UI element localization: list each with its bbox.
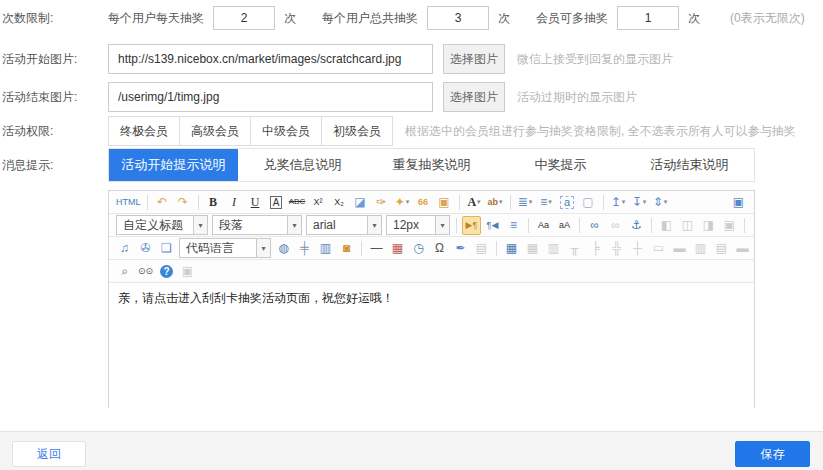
horizontal-rule-icon[interactable]: — <box>367 239 386 258</box>
insert-table-icon[interactable]: ▦ <box>502 239 521 258</box>
remove-format-icon[interactable]: ◪ <box>351 193 370 212</box>
insert-row-icon[interactable]: ╥ <box>565 239 584 258</box>
auto-typeset-icon[interactable]: ✦▾ <box>393 193 412 212</box>
find-replace-icon[interactable]: ⊙⊙ <box>136 262 155 281</box>
insert-time-icon[interactable]: ◷ <box>409 239 428 258</box>
end-image-url-input[interactable] <box>108 82 433 112</box>
footer-bar: 返回 保存 <box>0 431 823 470</box>
columns-icon[interactable]: ▥ <box>316 239 335 258</box>
underline-icon[interactable]: U <box>246 193 265 212</box>
start-image-url-input[interactable] <box>108 44 433 74</box>
delete-table-icon[interactable]: ▦ <box>523 239 542 258</box>
daily-draw-input[interactable] <box>213 6 275 30</box>
member-option-button[interactable]: 高级会员 <box>179 116 251 146</box>
paragraph-format-select[interactable]: 段落▾ <box>212 215 302 235</box>
undo-icon[interactable]: ↶ <box>153 193 172 212</box>
anchor-link-icon[interactable]: a <box>558 193 577 212</box>
choose-start-image-button[interactable]: 选择图片 <box>443 44 505 74</box>
italic-icon[interactable]: I <box>225 193 244 212</box>
choose-end-image-button[interactable]: 选择图片 <box>443 82 505 112</box>
anchor-icon[interactable]: ⚓ <box>627 216 646 235</box>
code-language-select[interactable]: 代码语言▾ <box>179 238 271 258</box>
highlight-color-icon[interactable]: ab▾ <box>486 193 505 212</box>
paragraph-rtl-icon[interactable]: ≡ <box>504 216 523 235</box>
editor-toolbar-row-1: HTML↶↷BIUAABCX²X₂◪✑✦▾66▣A▾ab▾≣▾≡▾a▢↥▾↧▾⇕… <box>109 191 754 214</box>
message-tab[interactable]: 重复抽奖说明 <box>367 149 496 181</box>
merge-cells-icon[interactable]: ╬ <box>607 239 626 258</box>
paragraph-spacing-top-icon[interactable]: ↥▾ <box>609 193 628 212</box>
paragraph-style-select[interactable]: 自定义标题▾ <box>116 215 208 235</box>
map-icon[interactable]: ◍ <box>274 239 293 258</box>
member-extra-draw-input[interactable] <box>617 6 679 30</box>
save-button[interactable]: 保存 <box>735 441 810 467</box>
total-draw-input[interactable] <box>427 6 489 30</box>
chevron-down-icon: ▾ <box>643 198 647 206</box>
blockquote-icon[interactable]: 66 <box>414 193 433 212</box>
unlink-icon[interactable]: ∞ <box>606 216 625 235</box>
image-center-icon[interactable]: ▣ <box>720 216 739 235</box>
help-icon[interactable]: ? <box>157 262 176 281</box>
member-option-button[interactable]: 中级会员 <box>250 116 322 146</box>
preview-icon[interactable]: ⌕ <box>115 262 134 281</box>
message-tab[interactable]: 活动结束说明 <box>625 149 754 181</box>
limits-row: 次数限制: 每个用户每天抽奖 次 每个用户总共抽奖 次 会员可多抽奖 次 (0表… <box>0 4 823 32</box>
merge-right-icon[interactable]: ▥ <box>691 239 710 258</box>
source-code-icon[interactable]: HTML <box>115 193 142 212</box>
superscript-icon[interactable]: X² <box>309 193 328 212</box>
message-tab[interactable]: 中奖提示 <box>496 149 625 181</box>
to-lowercase-icon[interactable]: aA <box>555 216 574 235</box>
line-height-icon[interactable]: ⇕▾ <box>651 193 670 212</box>
editor-content[interactable]: 亲，请点击进入刮刮卡抽奖活动页面，祝您好运哦！ <box>109 283 754 409</box>
special-char-icon[interactable]: Ω <box>430 239 449 258</box>
page-break-icon[interactable]: ╪ <box>295 239 314 258</box>
bold-icon[interactable]: B <box>204 193 223 212</box>
link-icon[interactable]: ∞ <box>585 216 604 235</box>
paragraph-ltr-icon[interactable]: ¶◀ <box>483 216 502 235</box>
member-option-button[interactable]: 终极会员 <box>108 116 180 146</box>
strikethrough-icon[interactable]: ABC <box>288 193 307 212</box>
chevron-down-icon: ▾ <box>435 216 449 234</box>
font-size-select[interactable]: 12px▾ <box>386 215 450 235</box>
format-painter-icon[interactable]: ✑ <box>372 193 391 212</box>
table-align-left-icon[interactable]: ▭ <box>649 239 668 258</box>
paste-plain-icon[interactable]: ▣ <box>435 193 454 212</box>
message-tab[interactable]: 活动开始提示说明 <box>109 149 238 181</box>
redo-icon[interactable]: ↷ <box>174 193 193 212</box>
image-float-right-icon[interactable]: ◨ <box>699 216 718 235</box>
merge-down-icon[interactable]: ▤ <box>712 239 731 258</box>
image-inline-icon[interactable]: ◫ <box>678 216 697 235</box>
image-float-left-icon[interactable]: ◧ <box>657 216 676 235</box>
editor-toolbar-row-2: 自定义标题▾段落▾arial▾12px▾▶¶¶◀≡AaaA∞∞⚓◧◫◨▣▧▤☺✿… <box>109 214 754 237</box>
insert-image-icon[interactable]: ▧ <box>750 216 754 235</box>
message-tab[interactable]: 兑奖信息说明 <box>238 149 367 181</box>
indent-icon[interactable]: ▶¶ <box>462 216 481 235</box>
paste-icon[interactable]: ▣ <box>178 262 197 281</box>
insert-col-icon[interactable]: ╞ <box>586 239 605 258</box>
subscript-icon[interactable]: X₂ <box>330 193 349 212</box>
paragraph-spacing-bottom-icon[interactable]: ↧▾ <box>630 193 649 212</box>
attachment-icon[interactable]: ✇ <box>136 239 155 258</box>
split-cells-icon[interactable]: ┼ <box>628 239 647 258</box>
member-option-button[interactable]: 初级会员 <box>321 116 393 146</box>
total-draw-label: 每个用户总共抽奖 <box>322 10 418 27</box>
activity-settings-page: 次数限制: 每个用户每天抽奖 次 每个用户总共抽奖 次 会员可多抽奖 次 (0表… <box>0 0 823 470</box>
ordered-list-icon[interactable]: ≣▾ <box>516 193 535 212</box>
back-button[interactable]: 返回 <box>12 441 86 467</box>
screenshot-icon[interactable]: ◙ <box>337 239 356 258</box>
table-full-width-icon[interactable]: ▬ <box>670 239 689 258</box>
split-row-icon[interactable]: ▬ <box>733 239 752 258</box>
table-title-icon[interactable]: ▥ <box>544 239 563 258</box>
to-uppercase-icon[interactable]: Aa <box>534 216 553 235</box>
insert-code-icon[interactable]: ❏ <box>157 239 176 258</box>
font-color-icon[interactable]: A▾ <box>465 193 484 212</box>
insert-date-icon[interactable]: ▦ <box>388 239 407 258</box>
fullscreen-icon[interactable]: ▣ <box>729 193 748 212</box>
font-border-icon[interactable]: A <box>267 193 286 212</box>
new-page-icon[interactable]: ▢ <box>579 193 598 212</box>
word-image-icon[interactable]: ▤ <box>472 239 491 258</box>
start-image-row: 活动开始图片: 选择图片 微信上接受到回复的显示图片 <box>0 44 823 74</box>
quick-format-icon[interactable]: ✒ <box>451 239 470 258</box>
font-family-select[interactable]: arial▾ <box>306 215 382 235</box>
unordered-list-icon[interactable]: ≡▾ <box>537 193 556 212</box>
music-icon[interactable]: ♫ <box>115 239 134 258</box>
